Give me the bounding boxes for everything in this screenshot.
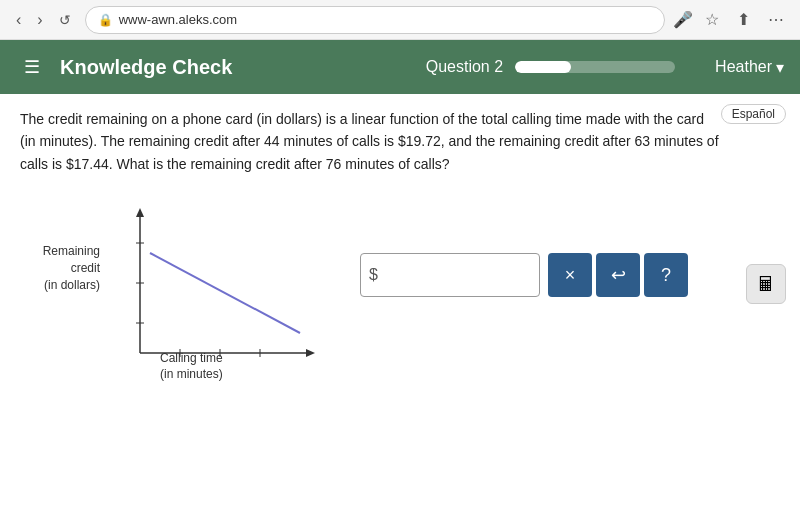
graph-container: Remaining credit (in dollars): [20, 193, 320, 393]
browser-chrome: ‹ › ↺ 🔒 www-awn.aleks.com 🎤 ☆ ⬆ ⋯: [0, 0, 800, 40]
browser-actions: 🎤 ☆ ⬆ ⋯: [673, 6, 790, 33]
help-button[interactable]: ?: [644, 253, 688, 297]
calculator-button[interactable]: 🖩: [746, 264, 786, 304]
back-button[interactable]: ‹: [10, 7, 27, 33]
hamburger-menu-button[interactable]: ☰: [16, 52, 48, 82]
svg-marker-2: [136, 208, 144, 217]
forward-button[interactable]: ›: [31, 7, 48, 33]
address-bar[interactable]: 🔒 www-awn.aleks.com: [85, 6, 665, 34]
graph-svg: [90, 203, 370, 393]
question-text: The credit remaining on a phone card (in…: [20, 108, 720, 175]
calculator-icon: 🖩: [756, 273, 776, 296]
user-name: Heather: [715, 58, 772, 76]
answer-input[interactable]: [380, 266, 500, 284]
svg-line-10: [150, 253, 300, 333]
microphone-icon[interactable]: 🎤: [673, 10, 693, 29]
user-menu[interactable]: Heather ▾: [715, 58, 784, 77]
app-title: Knowledge Check: [60, 56, 426, 79]
progress-bar-container: [515, 61, 675, 73]
bookmark-button[interactable]: ☆: [699, 6, 725, 33]
espanol-button[interactable]: Español: [721, 104, 786, 124]
x-axis-label: Calling time (in minutes): [160, 350, 223, 384]
y-axis-label: Remaining credit (in dollars): [20, 243, 100, 293]
dollar-sign: $: [369, 266, 378, 284]
more-button[interactable]: ⋯: [762, 6, 790, 33]
share-button[interactable]: ⬆: [731, 6, 756, 33]
nav-buttons: ‹ › ↺: [10, 7, 77, 33]
main-content: Remaining credit (in dollars): [20, 193, 780, 393]
app-header: ☰ Knowledge Check Question 2 Heather ▾: [0, 40, 800, 94]
url-text: www-awn.aleks.com: [119, 12, 237, 27]
progress-bar-fill: [515, 61, 571, 73]
clear-button[interactable]: ×: [548, 253, 592, 297]
refresh-button[interactable]: ↺: [53, 8, 77, 32]
svg-marker-3: [306, 349, 315, 357]
action-buttons: × ↩ ?: [548, 253, 688, 297]
undo-button[interactable]: ↩: [596, 253, 640, 297]
answer-input-wrapper[interactable]: $: [360, 253, 540, 297]
lock-icon: 🔒: [98, 13, 113, 27]
question-label: Question 2: [426, 58, 503, 76]
dropdown-icon: ▾: [776, 58, 784, 77]
content-area: Español The credit remaining on a phone …: [0, 94, 800, 517]
answer-area: $ × ↩ ?: [360, 253, 688, 297]
